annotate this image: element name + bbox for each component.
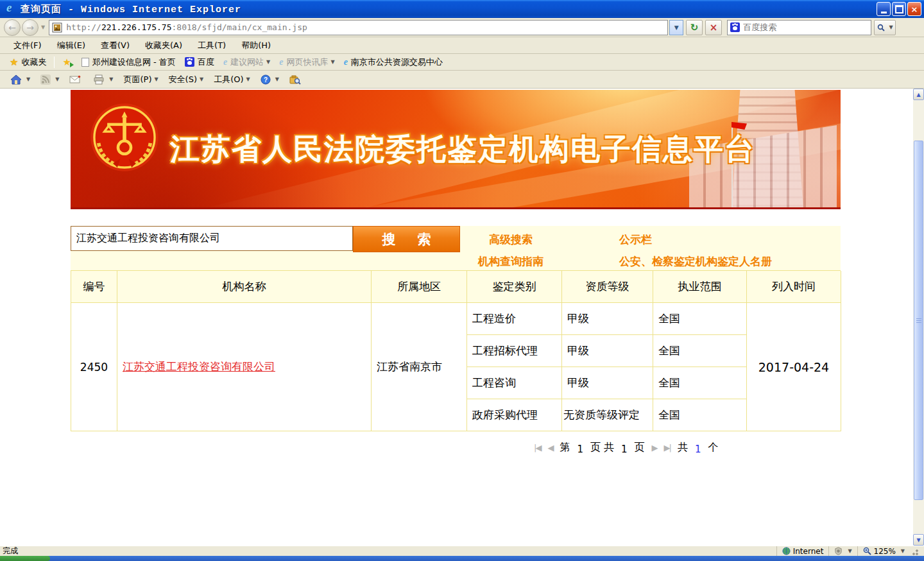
favorite-item-zhengzhou[interactable]: 郑州建设信息网 - 首页 bbox=[77, 55, 180, 69]
zoom-level-label: 125% bbox=[874, 547, 896, 556]
windows-taskbar[interactable] bbox=[0, 556, 924, 561]
start-button[interactable] bbox=[0, 556, 50, 561]
svg-text:?: ? bbox=[264, 76, 268, 83]
print-button[interactable]: ▼ bbox=[89, 73, 117, 87]
site-favicon bbox=[52, 22, 62, 33]
addon-button[interactable] bbox=[286, 73, 307, 87]
restore-button[interactable] bbox=[892, 2, 906, 16]
recent-pages-dropdown-icon[interactable]: ▼ bbox=[41, 24, 45, 30]
add-favorite-icon: ★ bbox=[62, 56, 71, 68]
menu-bar: 文件(F) 编辑(E) 查看(V) 收藏夹(A) 工具(T) 帮助(H) bbox=[0, 37, 924, 54]
tools-menu-button[interactable]: 工具(O) ▼ bbox=[210, 72, 254, 87]
stop-button[interactable]: × bbox=[705, 20, 722, 35]
baidu-paw-icon bbox=[730, 22, 740, 32]
favorites-star-icon: ★ bbox=[10, 56, 18, 68]
favorite-item-nanjing[interactable]: e 南京市公共资源交易中心 bbox=[339, 55, 447, 69]
page-icon bbox=[81, 58, 89, 67]
baidu-search-input[interactable] bbox=[743, 22, 852, 32]
status-right-panes: Internet ▼ 125% ▼ bbox=[776, 546, 924, 556]
url-field[interactable]: http://221.226.175.75:8018/sfjd/main/cx_… bbox=[49, 20, 668, 35]
category-scope: 全国 bbox=[653, 303, 747, 335]
home-button[interactable]: ▼ bbox=[6, 73, 34, 87]
total-items-number: 1 bbox=[695, 444, 701, 455]
baidu-icon bbox=[185, 57, 194, 67]
magnifier-icon bbox=[877, 24, 885, 31]
scrollbar-thumb[interactable] bbox=[914, 141, 923, 500]
zoom-pane[interactable]: 125% ▼ bbox=[857, 546, 924, 556]
safety-menu-button[interactable]: 安全(S) ▼ bbox=[165, 72, 208, 87]
total-pages-number: 1 bbox=[621, 444, 628, 455]
prev-page-icon[interactable]: ◀ bbox=[547, 443, 552, 453]
favorite-item-web-slices[interactable]: e 网页快讯库 ▼ bbox=[275, 55, 339, 69]
pagination-label: 页 bbox=[634, 441, 644, 454]
link-advanced-search[interactable]: 高级搜索 bbox=[489, 232, 533, 247]
page-caret-icon: ▼ bbox=[154, 76, 158, 82]
safety-caret-icon: ▼ bbox=[200, 76, 203, 82]
current-page-number[interactable]: 1 bbox=[577, 444, 583, 455]
chevron-up-icon: ▲ bbox=[916, 92, 920, 98]
menu-view[interactable]: 查看(V) bbox=[94, 38, 137, 53]
org-search-input[interactable] bbox=[71, 226, 353, 251]
pagination-label: 共 bbox=[678, 441, 688, 454]
scroll-down-button[interactable]: ▼ bbox=[913, 534, 924, 546]
help-caret-icon[interactable]: ▼ bbox=[275, 76, 279, 82]
row-name-cell: 江苏交通工程投资咨询有限公司 bbox=[117, 303, 372, 431]
url-path: :8018/sfjd/main/cx_main.jsp bbox=[172, 22, 307, 32]
ie-page-icon: e bbox=[344, 57, 348, 67]
add-favorite-button[interactable]: ★ bbox=[58, 55, 76, 69]
read-mail-button[interactable] bbox=[65, 73, 87, 86]
page-menu-button[interactable]: 页面(P) ▼ bbox=[119, 72, 162, 87]
menu-edit[interactable]: 编辑(E) bbox=[50, 38, 92, 53]
minimize-button[interactable] bbox=[877, 2, 891, 16]
forward-button[interactable]: → bbox=[22, 19, 38, 36]
menu-help[interactable]: 帮助(H) bbox=[234, 38, 278, 53]
home-caret-icon[interactable]: ▼ bbox=[26, 76, 30, 82]
next-page-icon[interactable]: ▶ bbox=[651, 443, 656, 453]
pagination-label: 个 bbox=[708, 441, 718, 454]
feeds-caret-icon[interactable]: ▼ bbox=[55, 76, 59, 82]
minimize-icon bbox=[881, 5, 887, 13]
baidu-search-box[interactable] bbox=[727, 20, 871, 35]
protected-mode-caret-icon[interactable]: ▼ bbox=[848, 548, 851, 554]
feeds-button[interactable]: ▼ bbox=[37, 73, 63, 87]
org-detail-link[interactable]: 江苏交通工程投资咨询有限公司 bbox=[123, 359, 275, 374]
refresh-icon: ↻ bbox=[690, 22, 699, 33]
search-options-caret-icon[interactable]: ▼ bbox=[889, 24, 893, 30]
favorite-item-suggested-sites[interactable]: e 建议网站 ▼ bbox=[219, 55, 275, 69]
row-id: 2450 bbox=[71, 303, 117, 431]
last-page-icon[interactable]: ▶| bbox=[663, 443, 670, 453]
menu-file[interactable]: 文件(F) bbox=[6, 38, 49, 53]
menu-favorites[interactable]: 收藏夹(A) bbox=[138, 38, 189, 53]
command-bar: ▼ ▼ ▼ 页面(P) ▼ 安全(S) ▼ 工具(O) ▼ ? ▼ bbox=[0, 71, 924, 89]
column-header-category: 鉴定类别 bbox=[467, 271, 562, 303]
separator bbox=[54, 56, 55, 68]
column-header-name: 机构名称 bbox=[117, 271, 372, 303]
category-scope: 全国 bbox=[653, 399, 747, 431]
zoom-caret-icon[interactable]: ▼ bbox=[901, 548, 905, 554]
link-public-board[interactable]: 公示栏 bbox=[619, 232, 652, 247]
row-region: 江苏省南京市 bbox=[372, 303, 467, 431]
scroll-up-button[interactable]: ▲ bbox=[913, 89, 924, 100]
print-caret-icon[interactable]: ▼ bbox=[109, 76, 113, 82]
search-button[interactable]: 搜 索 bbox=[353, 226, 460, 252]
back-button[interactable]: ← bbox=[4, 19, 21, 36]
menu-tools[interactable]: 工具(T) bbox=[191, 38, 233, 53]
favorites-center-button[interactable]: ★ 收藏夹 bbox=[5, 55, 51, 69]
search-go-button[interactable]: ▼ bbox=[874, 20, 896, 35]
first-page-icon[interactable]: |◀ bbox=[534, 443, 540, 453]
category-type: 工程招标代理 bbox=[467, 335, 562, 367]
close-button[interactable]: × bbox=[907, 2, 921, 16]
resize-grip[interactable] bbox=[910, 547, 919, 556]
refresh-button[interactable]: ↻ bbox=[686, 20, 703, 35]
category-type: 工程造价 bbox=[467, 303, 562, 335]
favorite-item-baidu[interactable]: 百度 bbox=[180, 55, 219, 69]
address-dropdown-button[interactable]: ▼ bbox=[669, 20, 683, 35]
court-emblem-icon bbox=[89, 101, 160, 173]
vertical-scrollbar[interactable]: ▲ ▼ bbox=[913, 89, 924, 546]
help-button[interactable]: ? ▼ bbox=[257, 73, 283, 87]
link-query-guide[interactable]: 机构查询指南 bbox=[478, 254, 543, 269]
category-grade: 甲级 bbox=[562, 335, 653, 367]
protected-mode-pane[interactable]: ▼ bbox=[828, 546, 857, 556]
search-section: 搜 索 高级搜索 公示栏 机构查询指南 公安、检察鉴定机构鉴定人名册 bbox=[71, 226, 841, 270]
link-appraiser-roster[interactable]: 公安、检察鉴定机构鉴定人名册 bbox=[619, 254, 772, 269]
